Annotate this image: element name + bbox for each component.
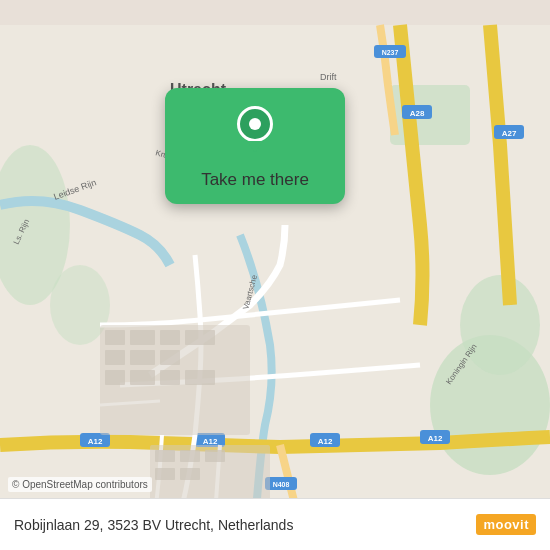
svg-rect-25 [160, 330, 180, 345]
svg-text:A28: A28 [410, 109, 425, 118]
pin-inner [249, 118, 261, 130]
svg-rect-38 [155, 468, 175, 480]
svg-rect-27 [105, 350, 125, 365]
svg-text:N237: N237 [382, 49, 399, 56]
svg-rect-23 [105, 330, 125, 345]
svg-rect-31 [130, 370, 155, 385]
svg-rect-33 [185, 370, 215, 385]
svg-text:Drift: Drift [320, 72, 337, 82]
svg-rect-35 [155, 450, 175, 462]
svg-point-2 [460, 275, 540, 375]
svg-rect-30 [105, 370, 125, 385]
location-pin-icon [237, 106, 273, 142]
svg-rect-28 [130, 350, 155, 365]
map-background: A12 A12 A12 A12 A28 A27 N237 N408 [0, 0, 550, 550]
svg-rect-24 [130, 330, 155, 345]
bottom-info-bar: Robijnlaan 29, 3523 BV Utrecht, Netherla… [0, 498, 550, 550]
moovit-logo-text: moovit [476, 514, 536, 535]
svg-rect-37 [205, 450, 225, 462]
svg-rect-29 [160, 350, 180, 365]
take-me-there-callout[interactable]: Take me there [155, 88, 355, 204]
svg-rect-36 [180, 450, 200, 462]
map-attribution: © OpenStreetMap contributors [8, 477, 152, 492]
svg-text:A12: A12 [203, 437, 218, 446]
svg-text:A12: A12 [428, 434, 443, 443]
moovit-logo: moovit [476, 514, 536, 535]
svg-rect-39 [180, 468, 200, 480]
address-label: Robijnlaan 29, 3523 BV Utrecht, Netherla… [14, 517, 293, 533]
svg-rect-32 [160, 370, 180, 385]
callout-box[interactable]: Take me there [165, 88, 345, 204]
callout-label[interactable]: Take me there [201, 170, 309, 190]
map-container: A12 A12 A12 A12 A28 A27 N237 N408 [0, 0, 550, 550]
svg-text:A12: A12 [88, 437, 103, 446]
svg-text:A27: A27 [502, 129, 517, 138]
svg-rect-26 [185, 330, 215, 345]
svg-text:N408: N408 [273, 481, 290, 488]
svg-text:A12: A12 [318, 437, 333, 446]
